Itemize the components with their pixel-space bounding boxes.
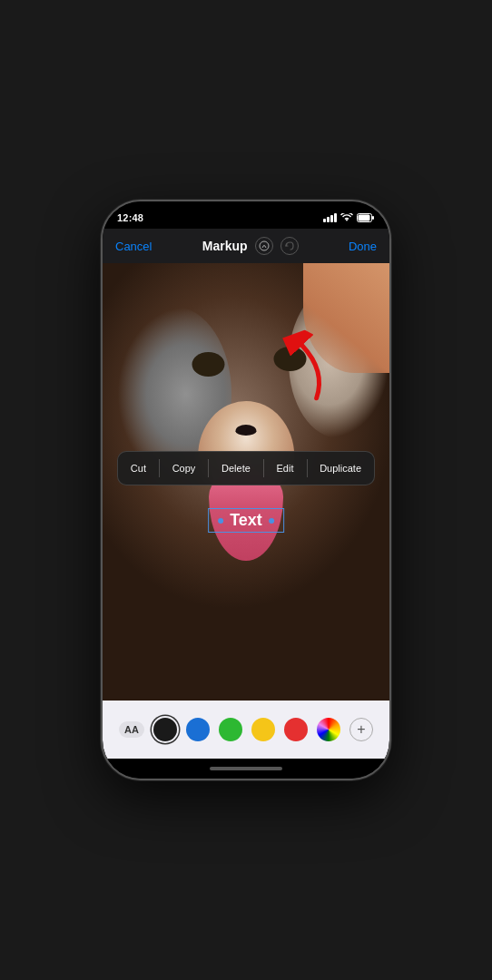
svg-rect-2	[359, 215, 370, 221]
divider	[307, 459, 308, 477]
text-label: Text	[230, 511, 262, 529]
color-blue[interactable]	[186, 718, 210, 741]
image-area: Cut Copy Delete Edit Duplicate Text	[103, 263, 389, 701]
home-bar[interactable]	[210, 767, 282, 770]
volume-up-button[interactable]	[101, 328, 102, 361]
nav-center: Markup	[202, 237, 299, 255]
notch	[192, 201, 300, 221]
power-button[interactable]	[390, 338, 391, 385]
markup-icon[interactable]	[255, 237, 273, 255]
context-menu-edit[interactable]: Edit	[271, 459, 300, 477]
phone-frame: 12:48 Cancel	[101, 200, 391, 780]
home-indicator	[103, 759, 389, 779]
nav-bar: Cancel Markup Done	[103, 229, 389, 263]
volume-down-button[interactable]	[101, 367, 102, 399]
nav-title: Markup	[202, 239, 248, 253]
cancel-button[interactable]: Cancel	[115, 240, 152, 253]
context-menu: Cut Copy Delete Edit Duplicate	[117, 451, 375, 485]
color-red[interactable]	[284, 718, 308, 741]
divider	[263, 459, 264, 477]
phone-screen: 12:48 Cancel	[103, 201, 389, 779]
color-green[interactable]	[219, 718, 242, 741]
mute-button[interactable]	[101, 301, 102, 321]
undo-icon[interactable]	[280, 237, 299, 255]
text-handle-left[interactable]	[218, 518, 223, 524]
context-menu-delete[interactable]: Delete	[216, 459, 256, 477]
color-yellow[interactable]	[251, 718, 275, 741]
text-size-button[interactable]: AA	[119, 721, 144, 738]
signal-icon	[323, 213, 337, 222]
done-button[interactable]: Done	[349, 240, 377, 253]
bottom-toolbar: AA +	[103, 701, 389, 759]
context-menu-copy[interactable]: Copy	[167, 459, 202, 477]
divider	[159, 459, 160, 477]
text-element[interactable]: Text	[208, 508, 284, 533]
text-handle-right[interactable]	[269, 518, 274, 524]
battery-icon	[357, 213, 375, 222]
status-time: 12:48	[117, 212, 143, 223]
svg-rect-1	[372, 216, 374, 220]
divider	[208, 459, 209, 477]
add-tool-button[interactable]: +	[349, 718, 373, 741]
wifi-icon	[340, 213, 353, 222]
color-rainbow[interactable]	[317, 718, 340, 741]
status-icons	[323, 213, 375, 222]
context-menu-duplicate[interactable]: Duplicate	[314, 459, 367, 477]
color-black[interactable]	[153, 718, 177, 741]
context-menu-cut[interactable]: Cut	[125, 459, 152, 477]
